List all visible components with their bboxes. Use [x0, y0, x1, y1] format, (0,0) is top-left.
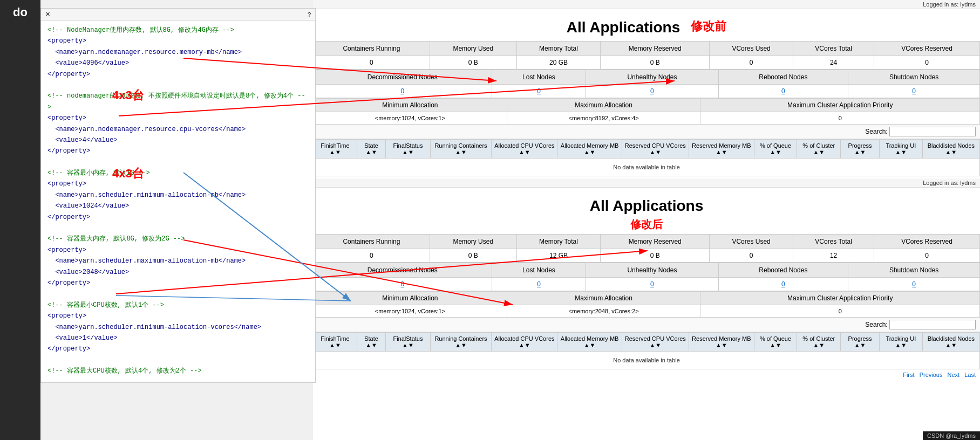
vcores-reserved-value: 0	[874, 56, 980, 70]
xml-line-2: <property>	[47, 36, 309, 46]
after-nodes-stats: Decommissioned Nodes Lost Nodes Unhealth…	[313, 263, 980, 291]
xml-panel: ✕ ? <!-- NodeManager使用内存数, 默认8G, 修改为4G内存…	[40, 8, 316, 383]
after-rebooted-value[interactable]: 0	[781, 280, 785, 288]
after-lost-value[interactable]: 0	[537, 280, 541, 288]
after-containers-running-header: Containers Running	[314, 235, 430, 249]
help-icon[interactable]: ?	[308, 11, 311, 18]
after-max-alloc-value: <memory:2048, vCores:2>	[507, 305, 700, 318]
rebooted-header: Rebooted Nodes	[718, 70, 848, 85]
vcores-total-value: 24	[793, 56, 874, 70]
logged-in-bar-middle: Logged in as: lydms	[313, 178, 980, 188]
decommissioned-value[interactable]: 0	[400, 87, 404, 95]
xml-line-14: <value>1024</value>	[47, 201, 309, 211]
pagination-previous[interactable]: Previous	[920, 372, 943, 378]
after-unhealthy-value[interactable]: 0	[650, 280, 654, 288]
xml-content: <!-- NodeManager使用内存数, 默认8G, 修改为4G内存 -->…	[41, 20, 315, 379]
after-max-cluster-value: 0	[700, 305, 980, 318]
th-blacklisted-after: Blacklisted Nodes ▲▼	[922, 333, 979, 352]
xml-line-16: <!-- 容器最大内存, 默认8G, 修改为2G -->	[47, 233, 309, 244]
memory-reserved-value: 0 B	[601, 56, 710, 70]
xml-line-6: <!-- nodemanager的CPU核数, 不按照硬件环境自动设定时默认是8…	[47, 91, 309, 113]
logged-in-bar-top: Logged in as: lydms	[313, 0, 980, 9]
after-memory-reserved-value: 0 B	[601, 249, 710, 263]
after-decommissioned-header: Decommissioned Nodes	[314, 263, 492, 278]
after-vcores-reserved-header: VCores Reserved	[874, 235, 980, 249]
no-data-after: No data available in table	[314, 352, 980, 369]
xml-line-10: </property>	[47, 146, 309, 156]
memory-used-value: 0 B	[430, 56, 516, 70]
after-memory-used-header: Memory Used	[430, 235, 516, 249]
after-subtitle: 修改后	[630, 218, 663, 230]
decommissioned-header: Decommissioned Nodes	[314, 70, 492, 85]
th-reserved-mem-before: Reserved Memory MB ▲▼	[689, 140, 754, 159]
th-final-status-after: FinalStatus ▲▼	[386, 333, 431, 352]
xml-line-19: <value>2048</value>	[47, 267, 309, 278]
memory-total-header: Memory Total	[516, 42, 601, 56]
after-decommissioned-value[interactable]: 0	[400, 280, 404, 288]
after-apps-table: FinishTime ▲▼ State ▲▼ FinalStatus ▲▼ Ru…	[313, 332, 980, 369]
max-cluster-header: Maximum Cluster Application Priority	[700, 99, 980, 112]
after-vcores-used-value: 0	[710, 249, 793, 263]
lost-value[interactable]: 0	[537, 87, 541, 95]
min-alloc-header: Minimum Allocation	[314, 99, 507, 112]
before-section: All Applications 修改前 Containers Running …	[313, 9, 980, 176]
unhealthy-value[interactable]: 0	[650, 87, 654, 95]
close-icon[interactable]: ✕	[45, 11, 50, 18]
th-pct-cluster-after: % of Cluster ▲▼	[797, 333, 841, 352]
before-apps-table: FinishTime ▲▼ State ▲▼ FinalStatus ▲▼ Ru…	[313, 139, 980, 176]
xml-line-5: </property>	[47, 69, 309, 80]
th-running-containers-after: Running Containers ▲▼	[430, 333, 492, 352]
th-alloc-mem-after: Allocated Memory MB ▲▼	[557, 333, 622, 352]
th-final-status-before: FinalStatus ▲▼	[386, 140, 431, 159]
vcores-total-header: VCores Total	[793, 42, 874, 56]
after-unhealthy-header: Unhealthy Nodes	[586, 263, 718, 278]
after-vcores-total-header: VCores Total	[793, 235, 874, 249]
th-progress-after: Progress ▲▼	[841, 333, 880, 352]
xml-line-20: </property>	[47, 278, 309, 288]
vcores-used-value: 0	[710, 56, 793, 70]
memory-used-header: Memory Used	[430, 42, 516, 56]
pagination-last[interactable]: Last	[964, 372, 976, 378]
after-rebooted-header: Rebooted Nodes	[718, 263, 848, 278]
after-allocation: Minimum Allocation Maximum Allocation Ma…	[313, 291, 980, 318]
before-allocation: Minimum Allocation Maximum Allocation Ma…	[313, 98, 980, 125]
vcores-reserved-header: VCores Reserved	[874, 42, 980, 56]
yarn-panel: Logged in as: lydms All Applications 修改前…	[313, 0, 980, 440]
memory-total-value: 20 GB	[516, 56, 601, 70]
pagination-first[interactable]: First	[903, 372, 914, 378]
pagination: First Previous Next Last	[313, 369, 980, 380]
after-shutdown-value[interactable]: 0	[912, 280, 916, 288]
pagination-next[interactable]: Next	[948, 372, 960, 378]
xml-line-4: <value>4096</value>	[47, 58, 309, 68]
after-lost-header: Lost Nodes	[492, 263, 586, 278]
xml-line-26: <!-- 容器最大CPU核数, 默认4个, 修改为2个 -->	[47, 366, 309, 376]
xml-line-27: <property>	[47, 377, 309, 380]
search-label-before: Search:	[865, 128, 887, 135]
before-title: All Applications	[567, 13, 680, 39]
max-alloc-header: Maximum Allocation	[507, 99, 700, 112]
th-reserved-cpu-before: Reserved CPU VCores ▲▼	[622, 140, 689, 159]
xml-line-23: <name>yarn.scheduler.minimum-allocation-…	[47, 322, 309, 333]
unhealthy-header: Unhealthy Nodes	[586, 70, 718, 85]
shutdown-value[interactable]: 0	[912, 87, 916, 95]
after-memory-total-header: Memory Total	[516, 235, 601, 249]
after-min-alloc-header: Minimum Allocation	[314, 292, 507, 305]
xml-line-24: <value>1</value>	[47, 333, 309, 343]
after-memory-used-value: 0 B	[430, 249, 516, 263]
before-nodes-stats: Decommissioned Nodes Lost Nodes Unhealth…	[313, 70, 980, 98]
th-state-after: State ▲▼	[357, 333, 385, 352]
th-reserved-mem-after: Reserved Memory MB ▲▼	[689, 333, 754, 352]
xml-line-9: <value>4</value>	[47, 135, 309, 146]
th-progress-before: Progress ▲▼	[841, 140, 880, 159]
rebooted-value[interactable]: 0	[781, 87, 785, 95]
th-state-before: State ▲▼	[357, 140, 385, 159]
after-title: All Applications	[590, 192, 704, 217]
th-pct-queue-before: % of Queue ▲▼	[754, 140, 797, 159]
annotation-4x3-2: 4x3台	[112, 163, 144, 183]
xml-line-25: </property>	[47, 343, 309, 354]
search-input-before[interactable]	[889, 127, 976, 136]
bottom-bar: CSDN @ra_lydms	[923, 431, 980, 440]
th-pct-queue-after: % of Queue ▲▼	[754, 333, 797, 352]
th-alloc-mem-before: Allocated Memory MB ▲▼	[557, 140, 622, 159]
search-input-after[interactable]	[889, 320, 976, 329]
